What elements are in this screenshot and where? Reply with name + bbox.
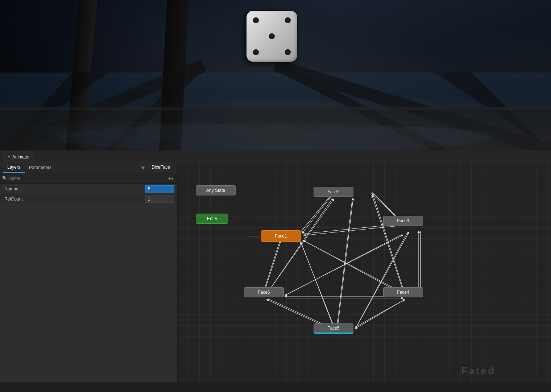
dice-dot bbox=[285, 17, 291, 23]
conn bbox=[264, 241, 280, 292]
eye-button[interactable]: 👁 bbox=[139, 164, 147, 172]
animator-icon: ✦ bbox=[7, 154, 11, 159]
param-name-number: Number bbox=[0, 186, 145, 191]
bottom-bar bbox=[0, 382, 551, 392]
tab-bar: ✦ Animator bbox=[0, 150, 551, 162]
layers-label: Layers bbox=[7, 165, 20, 170]
tab-animator-label: Animator bbox=[12, 154, 30, 160]
parameters-list: Number RefCount 1 bbox=[0, 184, 177, 204]
left-panel: Layers Parameters 👁 DiceFace 🔍 bbox=[0, 162, 178, 382]
node-face4-label: Face4 bbox=[397, 290, 409, 295]
conn bbox=[301, 194, 332, 232]
node-face1-label: Face1 bbox=[275, 234, 287, 239]
node-entry[interactable]: Entry bbox=[196, 214, 228, 224]
tab-parameters[interactable]: Parameters bbox=[25, 162, 56, 173]
node-face6-label: Face6 bbox=[258, 290, 270, 295]
dropdown-icon: ▾ bbox=[171, 176, 174, 181]
conn bbox=[304, 226, 401, 235]
sub-tabs: Layers Parameters 👁 DiceFace bbox=[0, 162, 177, 173]
state-machine-canvas[interactable]: Any State Entry Face1 Face2 Face3 Face4 bbox=[178, 162, 551, 382]
conn bbox=[355, 300, 404, 327]
node-face3-label: Face3 bbox=[397, 218, 409, 223]
editor-panel: ✦ Animator Layers Parameters 👁 bbox=[0, 150, 551, 392]
dice-3d-object bbox=[246, 11, 304, 69]
parameters-label: Parameters bbox=[29, 165, 51, 170]
tab-animator[interactable]: ✦ Animator bbox=[2, 152, 35, 162]
conn bbox=[265, 242, 281, 291]
param-value-refcount: 1 bbox=[145, 195, 174, 203]
node-face4[interactable]: Face4 bbox=[383, 287, 423, 297]
add-icon: + bbox=[168, 176, 171, 181]
conn bbox=[268, 199, 334, 292]
diceface-label: DiceFace bbox=[152, 165, 170, 170]
node-face3[interactable]: Face3 bbox=[383, 216, 423, 226]
node-face2[interactable]: Face2 bbox=[314, 187, 353, 197]
dice-dot bbox=[285, 49, 291, 55]
node-any-state[interactable]: Any State bbox=[196, 185, 236, 195]
search-input[interactable] bbox=[9, 176, 167, 181]
svg-point-9 bbox=[36, 121, 254, 140]
node-face6[interactable]: Face6 bbox=[244, 287, 284, 297]
add-button[interactable]: + ▾ bbox=[167, 176, 175, 181]
dice-dot bbox=[253, 49, 259, 55]
search-icon: 🔍 bbox=[2, 176, 7, 181]
node-face5-label: Face5 bbox=[327, 326, 339, 331]
param-row-refcount: RefCount 1 bbox=[0, 194, 177, 204]
3d-viewport bbox=[0, 0, 551, 150]
param-value-number[interactable] bbox=[145, 185, 174, 193]
node-face1[interactable]: Face1 bbox=[261, 230, 301, 242]
tab-diceface[interactable]: DiceFace bbox=[147, 162, 174, 173]
node-face2-label: Face2 bbox=[327, 189, 339, 194]
search-bar: 🔍 + ▾ bbox=[0, 173, 177, 184]
eye-icon: 👁 bbox=[141, 165, 146, 170]
svg-point-10 bbox=[297, 127, 500, 141]
dice-dot bbox=[269, 33, 275, 39]
conn bbox=[286, 235, 402, 294]
param-row-number: Number bbox=[0, 184, 177, 194]
dice-dot bbox=[253, 17, 259, 23]
conn bbox=[372, 196, 403, 291]
node-face5[interactable]: Face5 bbox=[314, 323, 353, 334]
node-any-state-label: Any State bbox=[206, 188, 225, 193]
param-name-refcount: RefCount bbox=[0, 197, 145, 202]
node-entry-label: Entry bbox=[207, 216, 217, 221]
conn bbox=[338, 199, 353, 325]
conn bbox=[303, 195, 332, 233]
svg-rect-7 bbox=[0, 107, 551, 110]
conn bbox=[304, 241, 401, 292]
tab-layers[interactable]: Layers bbox=[3, 162, 25, 173]
editor-content: Layers Parameters 👁 DiceFace 🔍 bbox=[0, 162, 551, 382]
